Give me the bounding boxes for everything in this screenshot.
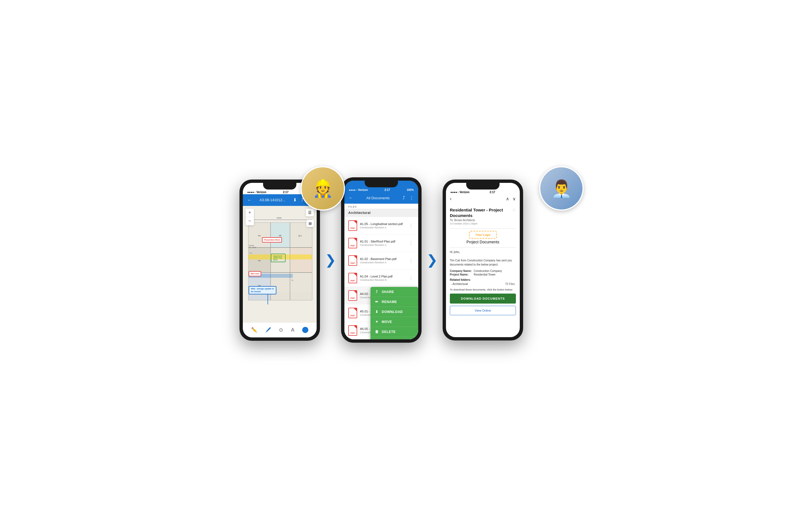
email-down-btn[interactable]: ∨ xyxy=(513,196,516,202)
email-back-btn[interactable]: ‹ xyxy=(450,196,451,202)
pencil-tool[interactable]: ✏️ xyxy=(251,327,257,333)
pdf-icon-1: PDF xyxy=(348,238,357,248)
svg-text:MF: MF xyxy=(279,235,282,237)
email-info-table: Company Name: Construction Company Proje… xyxy=(450,269,516,276)
email-logo: Your Logo xyxy=(469,231,497,239)
email-content: Residential Tower - Project Documents To… xyxy=(446,203,520,319)
pdf-icon-6: PDF xyxy=(348,325,357,336)
doc-info-1: A1.01 - Site/Roof Plan.pdf Construction … xyxy=(360,240,408,246)
company-name-val: Construction Company xyxy=(474,269,502,272)
zoom-in-btn[interactable]: + xyxy=(245,209,254,217)
cm-download[interactable]: ⬇ DOWNLOAD xyxy=(370,307,418,317)
cm-share-label: SHARE xyxy=(382,290,394,294)
doc-more-3[interactable]: ⋮ xyxy=(408,276,414,281)
svg-text:FC: FC xyxy=(250,252,252,254)
time-3: 2:17 xyxy=(490,191,495,194)
more-btn-2[interactable]: ⋮ xyxy=(408,195,415,201)
folder-count: 70 Files xyxy=(505,283,515,286)
cm-move[interactable]: ✦ MOVE xyxy=(370,317,418,327)
w02-annotation: W02 - Design update to be issued. xyxy=(248,286,277,294)
doc-name-3: A1.04 - Level 2 Plan.pdf xyxy=(360,275,408,278)
pdf-icon-2: PDF xyxy=(348,255,357,266)
document-list: PDF A1.05 - Longitudinal section.pdf Con… xyxy=(344,217,418,339)
svg-text:H4: H4 xyxy=(258,235,261,237)
page-btn[interactable]: ▤ xyxy=(306,220,314,227)
company-name-label: Company Name: xyxy=(450,269,472,272)
pdf-icon-0: PDF xyxy=(348,220,357,231)
project-name-label: Project Name: xyxy=(450,273,472,276)
back-btn-2[interactable]: ← xyxy=(348,195,355,201)
pdf-icon-4: PDF xyxy=(348,290,357,301)
doc-item-4[interactable]: PDF A4.02 - House 2 section Construction… xyxy=(344,287,418,304)
marker-tool[interactable]: 🖊️ xyxy=(265,327,271,333)
doc-sub-1: Construction Revision C xyxy=(360,244,408,246)
svg-rect-8 xyxy=(290,248,312,272)
cm-download-label: DOWNLOAD xyxy=(382,310,403,314)
folder-name: - Architectural xyxy=(451,283,468,286)
share-btn-2[interactable]: ⤴ xyxy=(401,195,406,201)
project-name-val: Residential Tower xyxy=(474,273,496,276)
email-to: To: Brown Architects xyxy=(450,219,512,222)
doc-name-2: A1.02 - Basement Plan.pdf xyxy=(360,257,408,261)
doc-info-3: A1.04 - Level 2 Plan.pdf Construction Re… xyxy=(360,275,408,281)
email-star-btn[interactable]: ☆ xyxy=(512,207,516,212)
email-title: Residential Tower - Project Documents xyxy=(450,207,512,218)
time-2: 2:17 xyxy=(384,188,390,191)
folder-item: - Architectural 70 Files xyxy=(450,283,516,286)
email-body-text: Tim Cuk from Construction Company has se… xyxy=(450,259,512,266)
punchlist-annotation: Punchlist #014 xyxy=(262,237,282,242)
download-btn-1[interactable]: ⬇ xyxy=(292,197,298,203)
doc-item-2[interactable]: PDF A1.02 - Basement Plan.pdf Constructi… xyxy=(344,252,418,269)
doc-item-3[interactable]: PDF A1.04 - Level 2 Plan.pdf Constructio… xyxy=(344,269,418,287)
filter-btn[interactable]: ☰ xyxy=(306,209,314,216)
doc-item-0[interactable]: PDF A1.05 - Longitudinal section.pdf Con… xyxy=(344,217,418,234)
active-tool-dot[interactable] xyxy=(302,327,308,333)
doc-info-2: A1.02 - Basement Plan.pdf Construction R… xyxy=(360,257,408,264)
doc-more-1[interactable]: ⋮ xyxy=(408,240,414,246)
email-up-btn[interactable]: ∧ xyxy=(506,196,509,202)
svg-text:7635: 7635 xyxy=(277,217,281,219)
svg-text:H4: H4 xyxy=(258,260,261,262)
files-label: FILES xyxy=(344,204,418,209)
cm-delete-label: DELETE xyxy=(382,330,395,334)
battery-2: 100% xyxy=(407,188,414,191)
doc-more-2[interactable]: ⋮ xyxy=(408,258,414,263)
pdf-icon-5: PDF xyxy=(348,308,357,318)
cm-delete[interactable]: 🗑 DELETE xyxy=(370,327,418,337)
doc-sub-3: Construction Revision B xyxy=(360,279,408,281)
doc-info-0: A1.05 - Longitudinal section.pdf Constru… xyxy=(360,222,408,229)
divider-2 xyxy=(450,248,516,248)
doc-sub-0: Construction Revision A xyxy=(360,226,408,229)
cm-share[interactable]: ⤴ SHARE xyxy=(370,287,418,297)
text-tool[interactable]: A xyxy=(291,327,294,333)
cm-rename[interactable]: ✏ RENAME xyxy=(370,297,418,307)
back-btn-1[interactable]: ← xyxy=(246,197,253,203)
phone-notch-2 xyxy=(365,181,398,187)
rfi-annotation: RFI #15 xyxy=(248,271,261,276)
stamp-tool[interactable]: ⊙ xyxy=(279,327,283,333)
email-greeting-text: Hi John, xyxy=(450,251,460,254)
move-cm-icon: ✦ xyxy=(374,320,379,324)
arrow-1: ❯ xyxy=(325,253,336,267)
pdf-icon-3: PDF xyxy=(348,273,357,283)
cm-move-label: MOVE xyxy=(382,320,392,324)
context-menu: ⤴ SHARE ✏ RENAME ⬇ DOWNLOAD xyxy=(370,287,418,339)
zoom-out-btn[interactable]: − xyxy=(245,217,254,225)
svg-text:AL1: AL1 xyxy=(298,235,302,237)
cm-viewnotes[interactable]: 📄 VIEW NOTES xyxy=(370,337,418,339)
download-documents-btn[interactable]: DOWNLOAD DOCUMENTS xyxy=(450,293,516,304)
phone-notch-1 xyxy=(263,183,296,189)
svg-text:CL: CL xyxy=(291,280,294,281)
zoom-controls[interactable]: + − xyxy=(245,209,254,225)
share-cm-icon: ⤴ xyxy=(374,290,379,294)
email-header-section: Your Logo Project Documents xyxy=(450,231,516,244)
doc-name-0: A1.05 - Longitudinal section.pdf xyxy=(360,222,408,226)
email-nav: ‹ ∧ ∨ xyxy=(446,194,520,203)
view-online-btn[interactable]: View Online xyxy=(450,306,516,315)
rename-cm-icon: ✏ xyxy=(374,300,379,304)
doc-item-1[interactable]: PDF A1.01 - Site/Roof Plan.pdf Construct… xyxy=(344,234,418,252)
doc-more-0[interactable]: ⋮ xyxy=(408,223,414,228)
email-greeting: Hi John, Tim Cuk from Construction Compa… xyxy=(450,250,516,267)
approved-annotation: Approved -JK/10 Feb2019 xyxy=(271,254,286,262)
svg-text:RIDGE: RIDGE xyxy=(249,245,254,246)
